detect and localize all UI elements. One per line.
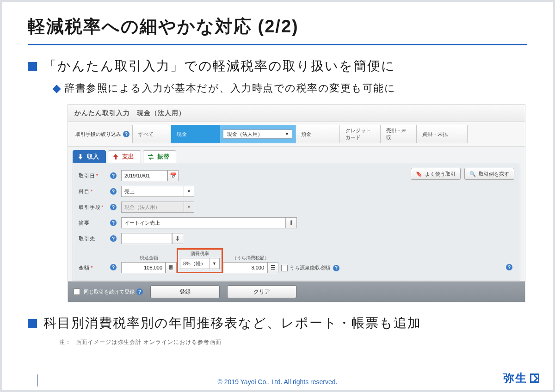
summary-dropdown-icon[interactable]: ⬇ <box>286 217 297 228</box>
filter-seg-payable[interactable]: 買掛・未払 <box>417 125 468 143</box>
tax-incl-header: 税込金額 <box>140 255 158 261</box>
bullet-1-sub: 辞書参照による入力が基本だが、入力時点での税率の変更も可能に <box>54 81 527 95</box>
tab-income[interactable]: 収入 <box>73 150 106 163</box>
bullet-2-text: 科目別消費税率別の年間推移表など、レポート・帳票も追加 <box>43 314 421 332</box>
partner-label: 取引先 <box>79 235 110 242</box>
bookmark-icon: 🔖 <box>416 171 422 177</box>
calendar-icon[interactable]: 📅 <box>167 170 179 181</box>
help-icon[interactable]: ? <box>110 220 117 226</box>
square-bullet-icon <box>28 62 37 71</box>
expense-icon <box>112 153 119 160</box>
filter-seg-credit[interactable]: クレジットカード <box>340 125 381 143</box>
filter-bar: 取引手段の絞り込み ? すべて 現金 現金（法人用） 預金 クレジットカード 売… <box>68 122 525 147</box>
help-icon[interactable]: ? <box>110 172 117 179</box>
help-icon[interactable]: ? <box>333 265 339 271</box>
search-examples-button[interactable]: 🔍 取引例を探す <box>464 168 514 180</box>
help-icon[interactable]: ? <box>136 288 143 295</box>
method-label: 取引手段* <box>79 204 110 211</box>
help-icon[interactable]: ? <box>506 264 512 270</box>
list-icon[interactable]: ☰ <box>267 262 278 273</box>
help-icon[interactable]: ? <box>110 188 117 195</box>
filter-seg-all[interactable]: すべて <box>132 125 171 143</box>
partner-input[interactable] <box>121 233 172 244</box>
register-button[interactable]: 登録 <box>150 285 220 298</box>
withholding-checkbox[interactable] <box>281 265 288 271</box>
summary-input[interactable]: イートイン売上 <box>121 217 286 228</box>
help-icon[interactable]: ? <box>110 235 117 242</box>
summary-label: 摘要 <box>79 220 110 227</box>
help-icon[interactable]: ? <box>123 131 130 137</box>
filter-seg-cash-corp[interactable]: 現金（法人用） <box>220 125 296 143</box>
help-icon[interactable]: ? <box>110 204 117 210</box>
tax-rate-select[interactable]: 8%（軽） <box>180 258 220 269</box>
income-icon <box>77 153 84 160</box>
method-select[interactable]: 現金（法人用） <box>121 202 194 213</box>
continue-checkbox[interactable] <box>74 288 80 295</box>
tab-expense[interactable]: 支出 <box>108 150 141 163</box>
app-window-title: かんたん取引入力 現金（法人用） <box>68 105 525 122</box>
search-icon: 🔍 <box>469 171 476 177</box>
date-input[interactable]: 2019/10/01 <box>121 170 167 181</box>
transfer-icon <box>147 153 154 160</box>
bullet-1-sub-text: 辞書参照による入力が基本だが、入力時点での税率の変更も可能に <box>64 81 395 95</box>
form-footer: 同じ取引を続けて登録 ? 登録 クリア <box>68 281 525 302</box>
bullet-1: 「かんたん取引入力」での軽減税率の取り扱いを簡便に <box>28 57 527 75</box>
app-window: かんたん取引入力 現金（法人用） 取引手段の絞り込み ? すべて 現金 現金（法… <box>68 104 525 302</box>
continue-checkbox-wrap[interactable]: 同じ取引を続けて登録 ? <box>74 288 143 295</box>
tax-rate-highlight: 消費税率 8%（軽） <box>177 248 223 273</box>
bullet-2: 科目別消費税率別の年間推移表など、レポート・帳票も追加 <box>28 314 527 332</box>
tax-rate-header: 消費税率 <box>191 251 209 257</box>
filter-seg-cash[interactable]: 現金 <box>171 125 220 143</box>
brand-mark-icon <box>530 374 539 383</box>
tab-transfer[interactable]: 振替 <box>143 150 176 163</box>
filter-cash-select[interactable]: 現金（法人用） <box>223 129 292 139</box>
tax-incl-input[interactable]: 108,000 <box>121 262 166 273</box>
filter-seg-receivable[interactable]: 売掛・未収 <box>381 125 417 143</box>
copyright: © 2019 Yayoi Co., Ltd. All rights reserv… <box>2 378 553 386</box>
slide-title: 軽減税率への細やかな対応 (2/2) <box>28 15 527 38</box>
brand-logo: 弥生 <box>503 371 539 386</box>
title-underline <box>28 44 527 45</box>
bullet-1-text: 「かんたん取引入力」での軽減税率の取り扱いを簡便に <box>43 57 395 75</box>
account-label: 科目* <box>79 188 110 195</box>
filter-seg-deposit[interactable]: 預金 <box>296 125 340 143</box>
withholding-label: うち源泉徴収税額 <box>290 264 330 271</box>
help-icon[interactable]: ? <box>110 264 117 270</box>
filter-label: 取引手段の絞り込み ? <box>73 125 132 143</box>
diamond-bullet-icon <box>52 85 61 93</box>
clear-button[interactable]: クリア <box>227 285 296 298</box>
calculator-icon[interactable]: 🖩 <box>166 262 177 273</box>
date-label: 取引日* <box>79 172 110 179</box>
frequent-transactions-button[interactable]: 🔖 よく使う取引 <box>411 168 461 180</box>
entry-form: 🔖 よく使う取引 🔍 取引例を探す 取引日* ? 2019/10/01 📅 <box>73 163 520 281</box>
partner-dropdown-icon[interactable]: ⬇ <box>172 233 183 244</box>
tax-amount-header: （うち消費税額） <box>232 255 269 261</box>
amount-label: 金額* <box>79 264 110 273</box>
account-select[interactable]: 売上 <box>121 186 194 197</box>
tax-amount-input[interactable]: 8,000 <box>223 262 267 273</box>
entry-tabs: 収入 支出 振替 <box>73 150 520 163</box>
footnote: 注： 画面イメージは弥生会計 オンラインにおける参考画面 <box>59 338 527 346</box>
square-bullet-icon <box>28 319 37 328</box>
